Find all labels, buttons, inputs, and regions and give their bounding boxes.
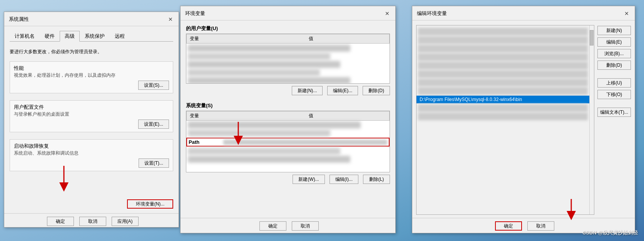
editenv-close-button[interactable]: ✕ [622,9,631,18]
sys-vars-title: 系统变量(S) [186,102,390,109]
path-row[interactable]: Path [186,138,390,147]
path-label: Path [189,139,219,145]
edit-sys-var-button[interactable]: 编辑(I)... [330,175,358,184]
userprofile-section: 用户配置文件 与登录帐户相关的桌面设置 设置(E)... [10,100,173,132]
startup-desc: 系统启动、系统故障和调试信息 [14,150,169,156]
spacer [597,72,631,76]
col-val-header: 值 [306,34,390,44]
list-item[interactable] [418,113,588,120]
list-scrollbar[interactable] [589,25,594,214]
tab-remote[interactable]: 远程 [110,31,130,42]
new-path-button[interactable]: 新建(N) [597,26,631,35]
envvar-btn-row: 环境变量(N)... [10,199,173,209]
user-vars-buttons: 新建(N)... 编辑(E)... 删除(D) [186,86,390,95]
editenv-list-inner: D:\Program Files\MySQL\mysql-8.0.32-winx… [417,25,589,214]
user-vars-section: 的用户变量(U) 变量 值 新建(N)... [186,25,390,95]
sysattr-apply-button[interactable]: 应用(A) [112,217,139,226]
sysattr-footer: 确定 取消 应用(A) [4,213,179,228]
editenv-list: D:\Program Files\MySQL\mysql-8.0.32-winx… [416,25,594,215]
arrow-to-envvar [56,166,79,194]
envvar-button[interactable]: 环境变量(N)... [127,199,173,209]
edit-text-button[interactable]: 编辑文本(T)... [597,108,631,117]
admin-note: 要进行大多数更改，你必须作为管理员登录。 [10,49,173,55]
spacer2 [597,101,631,105]
perf-section: 性能 视觉效果，处理器计划，内存使用，以及虚拟内存 设置(S)... [10,61,173,93]
delete-path-button[interactable]: 删除(D) [597,61,631,70]
perf-title: 性能 [14,65,169,72]
sysattr-ok-button[interactable]: 确定 [47,217,74,226]
editenv-cancel-button[interactable]: 取消 [527,221,554,231]
envvar-cancel-button[interactable]: 取消 [292,221,319,231]
tab-advanced[interactable]: 高级 [60,31,80,42]
tab-sysprotect[interactable]: 系统保护 [80,31,110,42]
browse-path-button[interactable]: 浏览(B)... [597,49,631,58]
delete-sys-var-button[interactable]: 删除(L) [363,175,390,184]
editenv-side-buttons: 新建(N) 编辑(E) 浏览(B)... 删除(D) 上移(U) 下移(O) 编… [594,25,631,215]
userprofile-title: 用户配置文件 [14,104,169,111]
sysattr-close-button[interactable]: ✕ [166,15,175,24]
user-vars-title: 的用户变量(U) [186,25,390,32]
envvar-titlebar: 环境变量 ✕ [181,6,395,20]
startup-title: 启动和故障恢复 [14,143,169,150]
envvar-body: 的用户变量(U) 变量 值 新建(N)... [181,20,395,218]
user-vars-table: 变量 值 [186,34,390,84]
sys-col-val-header: 值 [306,111,390,121]
editenv-body: D:\Program Files\MySQL\mysql-8.0.32-winx… [412,20,635,218]
userprofile-desc: 与登录帐户相关的桌面设置 [14,111,169,117]
envvar-ok-button[interactable]: 确定 [259,221,286,231]
list-item[interactable] [418,45,588,52]
selected-path-item[interactable]: D:\Program Files\MySQL\mysql-8.0.32-winx… [417,96,589,103]
editenv-main: D:\Program Files\MySQL\mysql-8.0.32-winx… [416,25,631,215]
edit-env-var-dialog: 编辑环境变量 ✕ [412,6,635,233]
startup-settings-button[interactable]: 设置(T)... [139,158,169,168]
system-properties-dialog: 系统属性 ✕ 计算机名 硬件 高级 系统保护 远程 要进行大多数更改，你必须作为… [4,12,179,228]
userprofile-settings-button[interactable]: 设置(E)... [138,120,169,129]
delete-user-var-button[interactable]: 删除(D) [363,86,390,95]
editenv-title: 编辑环境变量 [417,10,447,17]
edit-user-var-button[interactable]: 编辑(E)... [327,86,358,95]
sysattr-title: 系统属性 [9,16,29,23]
selected-item-container: D:\Program Files\MySQL\mysql-8.0.32-winx… [417,96,589,103]
sysattr-cancel-button[interactable]: 取消 [79,217,106,226]
edit-path-button[interactable]: 编辑(E) [597,37,631,47]
tab-computername[interactable]: 计算机名 [10,31,40,42]
new-sys-var-button[interactable]: 新建(W)... [293,175,325,184]
envvar-close-button[interactable]: ✕ [383,9,391,18]
sys-col-var-header: 变量 [187,111,306,121]
col-var-header: 变量 [187,34,306,44]
startup-section: 启动和故障恢复 系统启动、系统故障和调试信息 设置(T)... [10,139,173,171]
sysattr-titlebar: 系统属性 ✕ [4,12,179,26]
editenv-ok-button[interactable]: 确定 [495,221,522,231]
list-item[interactable] [418,53,588,61]
sys-vars-buttons: 新建(W)... 编辑(I)... 删除(L) [186,175,390,184]
sysattr-tab-bar: 计算机名 硬件 高级 系统保护 远程 [10,31,173,42]
watermark: CSDN @欣尺黄沙始剑径 [582,229,638,236]
sys-vars-section: 系统变量(S) 变量 值 [186,102,390,184]
list-item[interactable] [418,62,588,69]
scrollbar-thumb [590,30,594,46]
move-down-button[interactable]: 下移(O) [597,90,631,99]
new-user-var-button[interactable]: 新建(N)... [292,86,323,95]
perf-desc: 视觉效果，处理器计划，内存使用，以及虚拟内存 [14,72,169,78]
sys-vars-table: 变量 值 [186,111,390,172]
editenv-titlebar: 编辑环境变量 ✕ [412,6,635,20]
list-item[interactable] [418,87,588,95]
perf-settings-button[interactable]: 设置(S)... [138,81,169,90]
envvar-footer: 确定 取消 [181,218,395,233]
list-item[interactable] [418,70,588,78]
tab-hardware[interactable]: 硬件 [40,31,60,42]
list-item[interactable] [418,79,588,86]
editenv-list-container: D:\Program Files\MySQL\mysql-8.0.32-winx… [416,25,594,215]
list-item[interactable] [418,28,588,35]
list-item[interactable] [418,36,588,44]
env-var-dialog: 环境变量 ✕ 的用户变量(U) 变量 值 [180,6,396,233]
list-item[interactable] [418,104,588,112]
sysattr-body: 计算机名 硬件 高级 系统保护 远程 要进行大多数更改，你必须作为管理员登录。 … [4,26,179,213]
envvar-title: 环境变量 [185,10,205,17]
move-up-button[interactable]: 上移(U) [597,78,631,88]
